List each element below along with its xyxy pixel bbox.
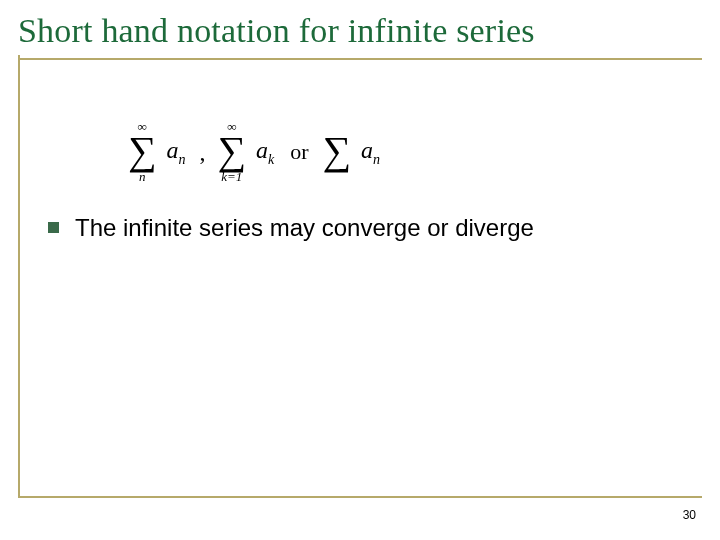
bullet-row: The infinite series may converge or dive…	[48, 214, 702, 242]
sum2-lower: k=1	[221, 170, 242, 184]
sum-block-3: ∑	[323, 120, 352, 184]
sum3-term-base: a	[361, 137, 373, 163]
sum2-term-sub: k	[268, 151, 274, 166]
or-text: or	[290, 139, 308, 165]
sum-block-2: ∞ ∑ k=1	[218, 120, 247, 184]
sigma-icon: ∑	[218, 134, 247, 168]
sum1-lower: n	[139, 170, 146, 184]
sum1-term: an	[167, 137, 186, 168]
sum1-term-sub: n	[179, 151, 186, 166]
separator-comma: ,	[200, 139, 206, 166]
sigma-icon: ∑	[128, 134, 157, 168]
sigma-icon: ∑	[323, 134, 352, 168]
sum1-term-base: a	[167, 137, 179, 163]
sum3-term: an	[361, 137, 380, 168]
left-border	[18, 55, 20, 498]
page-number: 30	[683, 508, 696, 522]
sum3-term-sub: n	[373, 151, 380, 166]
slide: Short hand notation for infinite series …	[0, 0, 720, 540]
sum-block-1: ∞ ∑ n	[128, 120, 157, 184]
bullet-text: The infinite series may converge or dive…	[75, 214, 534, 242]
sum2-term: ak	[256, 137, 274, 168]
bottom-border	[18, 496, 702, 498]
sum2-term-base: a	[256, 137, 268, 163]
slide-title: Short hand notation for infinite series	[18, 10, 702, 56]
title-underline	[18, 58, 702, 60]
bullet-icon	[48, 222, 59, 233]
formula-area: ∞ ∑ n an , ∞ ∑ k=1 ak or ∑ an	[128, 120, 702, 184]
